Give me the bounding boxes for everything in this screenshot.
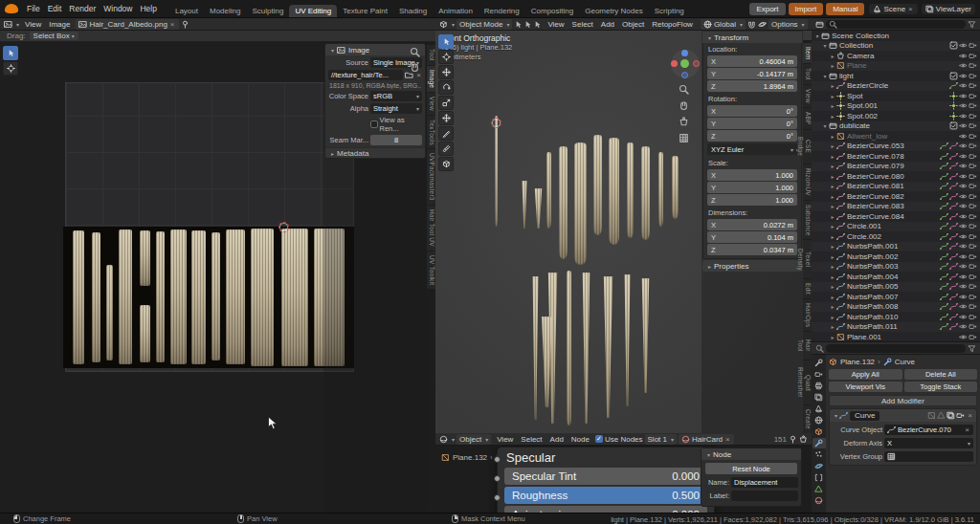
workspace-tab-layout[interactable]: Layout: [169, 5, 204, 18]
render-toggle-icon[interactable]: [956, 411, 965, 420]
outliner-row-beziercurve-081[interactable]: ▸BezierCurve.081: [812, 182, 980, 192]
cam-toggle-icon[interactable]: [969, 41, 977, 50]
rotation-z-field[interactable]: Z0°: [707, 130, 797, 142]
viewport-3d-cursor[interactable]: [491, 118, 501, 128]
eye-toggle-icon[interactable]: [959, 293, 968, 301]
viewport-sidebar-tab-abp[interactable]: ABP: [803, 108, 812, 129]
uv-2d-cursor[interactable]: [278, 222, 289, 232]
unlink-scene-icon[interactable]: ×: [907, 5, 914, 13]
properties-tab-physics[interactable]: [813, 461, 826, 471]
select-mode-icon[interactable]: [523, 20, 532, 29]
reset-node-button[interactable]: Reset Node: [705, 463, 797, 474]
eye-toggle-icon[interactable]: [959, 242, 968, 251]
viewlayer-selector[interactable]: ViewLayer: [922, 4, 975, 14]
color-space-dropdown[interactable]: sRGB▾: [370, 91, 422, 101]
eye-toggle-icon[interactable]: [959, 152, 968, 161]
outliner-row-nurbspath-010[interactable]: ▸NurbsPath.010: [812, 312, 980, 322]
topbar-menu-file[interactable]: File: [23, 3, 44, 14]
curve-p-toggle-icon[interactable]: [949, 202, 958, 210]
curve-g-toggle-icon[interactable]: [940, 252, 948, 261]
node-input-roughness[interactable]: Roughness0.500: [504, 487, 707, 504]
snapshot-icon[interactable]: [799, 435, 808, 444]
clear-curve-object-icon[interactable]: ×: [964, 426, 970, 434]
location-y-field[interactable]: Y-0.14177 m: [707, 68, 797, 79]
select-mode-icon[interactable]: [514, 20, 523, 29]
node-panel-header[interactable]: ▾Node: [702, 448, 801, 460]
funnel-filter-icon[interactable]: [968, 20, 976, 29]
export-button[interactable]: Export: [749, 3, 785, 15]
viewport-sidebar-tab-edit[interactable]: Edit: [803, 279, 812, 298]
curve-p-toggle-icon[interactable]: [949, 232, 958, 241]
eye-toggle-icon[interactable]: [959, 41, 968, 50]
eye-toggle-icon[interactable]: [959, 222, 968, 230]
outliner-row-nurbspath-008[interactable]: ▸NurbsPath.008: [812, 302, 980, 313]
topbar-menu-render[interactable]: Render: [65, 3, 100, 14]
properties-panel-header[interactable]: ▸Properties: [702, 260, 802, 272]
hair-strand[interactable]: [658, 152, 663, 227]
workspace-tab-texture-paint[interactable]: Texture Paint: [337, 5, 393, 18]
properties-tab-object-data[interactable]: [813, 484, 826, 494]
scene-selector[interactable]: Scene×: [869, 4, 917, 14]
workspace-tab-shading[interactable]: Shading: [393, 5, 433, 18]
cage-toggle-icon[interactable]: [937, 411, 946, 420]
curve-p-toggle-icon[interactable]: [949, 182, 958, 190]
cam-toggle-icon[interactable]: [969, 81, 977, 90]
image-datablock-selector[interactable]: Hair_Card_Albedo.png ×: [76, 19, 178, 30]
outliner-row-beziercurve-053[interactable]: ▸BezierCurve.053: [812, 142, 980, 152]
expand-toggle-icon[interactable]: ▾: [821, 122, 829, 129]
active-tool-dropdown[interactable]: Select Box▾: [30, 32, 78, 40]
eye-toggle-icon[interactable]: [959, 322, 968, 331]
properties-tab-particles[interactable]: [813, 449, 826, 460]
cam-toggle-icon[interactable]: [969, 262, 977, 271]
outliner-row-beziercurve-083[interactable]: ▸BezierCurve.083: [812, 202, 980, 212]
eye-toggle-icon[interactable]: [959, 81, 968, 90]
dimensions-x-field[interactable]: X0.0272 m: [707, 219, 797, 230]
cam-toggle-icon[interactable]: [969, 52, 977, 60]
viewport-sidebar-tab-create[interactable]: Create: [803, 405, 812, 433]
outliner-row-beziercurve-079[interactable]: ▸BezierCurve.079: [812, 162, 980, 172]
eye-toggle-icon[interactable]: [959, 92, 968, 100]
proportional-edit-icon[interactable]: [758, 20, 767, 29]
curve-g-toggle-icon[interactable]: [940, 273, 948, 281]
properties-tab-constraints[interactable]: [813, 472, 826, 483]
expand-toggle-icon[interactable]: ▸: [829, 193, 836, 200]
expand-toggle-icon[interactable]: ▸: [829, 233, 836, 240]
curve-g-toggle-icon[interactable]: [940, 182, 948, 190]
transform-panel-header[interactable]: ▾Transform: [702, 32, 802, 43]
properties-tab-modifiers[interactable]: [813, 438, 826, 448]
expand-toggle-icon[interactable]: ▸: [829, 153, 836, 160]
check-toggle-icon[interactable]: [949, 72, 958, 80]
navigation-gizmo[interactable]: [671, 50, 700, 78]
options-dropdown[interactable]: Options▾: [768, 19, 808, 30]
expand-toggle-icon[interactable]: ▸: [829, 253, 836, 260]
scale-x-field[interactable]: X1.000: [707, 169, 797, 181]
shader-menu-select[interactable]: Select: [517, 434, 546, 445]
curve-p-toggle-icon[interactable]: [949, 252, 958, 261]
viewport-sidebar-tab-rizomuv[interactable]: RizomUV: [803, 164, 812, 200]
rotation-mode-dropdown[interactable]: XYZ Euler▾: [707, 143, 797, 155]
viewport-tool-scale[interactable]: [438, 96, 454, 110]
curve-g-toggle-icon[interactable]: [940, 172, 948, 181]
expand-toggle-icon[interactable]: ▸: [829, 323, 836, 330]
eye-toggle-icon[interactable]: [959, 262, 968, 271]
outliner-row-spot-002[interactable]: ▸Spot.002: [812, 111, 980, 121]
curve-p-toggle-icon[interactable]: [949, 212, 958, 221]
vertex-group-field[interactable]: [884, 451, 973, 462]
expand-toggle-icon[interactable]: ▸: [829, 93, 836, 99]
viewport-sidebar-tab-view[interactable]: View: [803, 85, 812, 107]
workspace-tab-animation[interactable]: Animation: [433, 5, 479, 18]
snap-magnet-icon[interactable]: [747, 20, 756, 29]
workspace-tab-geometry-nodes[interactable]: Geometry Nodes: [579, 5, 648, 18]
node-input-anisotropic[interactable]: Anisotropic0.000: [504, 506, 707, 513]
eye-toggle-icon[interactable]: [959, 72, 968, 80]
pan-gizmo-icon[interactable]: [679, 100, 689, 111]
material-selector[interactable]: HairCard×: [679, 434, 734, 445]
expand-toggle-icon[interactable]: ▸: [829, 213, 836, 220]
workspace-tab-modeling[interactable]: Modeling: [204, 5, 246, 18]
hair-strand[interactable]: [534, 188, 543, 229]
viewport-menu-select[interactable]: Select: [568, 19, 597, 30]
orientation-dropdown[interactable]: Global▾: [701, 19, 746, 30]
cam-toggle-icon[interactable]: [969, 273, 977, 281]
eye-toggle-icon[interactable]: [959, 313, 968, 321]
uv-sidebar-tab-uvpackmaster3[interactable]: UVPackmaster3: [427, 149, 435, 205]
